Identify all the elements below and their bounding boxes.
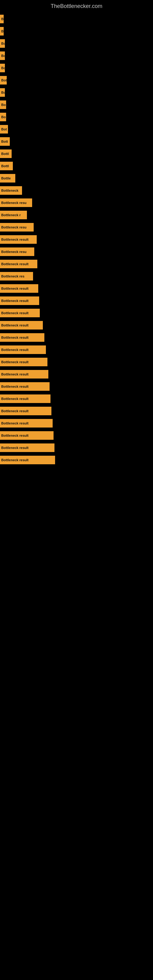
bar-item: Bottle [0, 174, 15, 183]
bar-item: Bottleneck result [0, 456, 55, 464]
bar-row: Bottleneck result [0, 332, 153, 342]
bar-row: Bottleneck resu [0, 222, 153, 232]
bar-row: B [0, 14, 153, 24]
bar-row: Bo [0, 112, 153, 122]
bar-item: Bottleneck result [0, 395, 51, 403]
bar-item: Bot [0, 125, 8, 134]
bar-row: Bottleneck result [0, 455, 153, 465]
bar-label: Bottleneck resu [1, 201, 27, 205]
bar-row: Bott [0, 137, 153, 146]
bar-row: Bottleneck res [0, 271, 153, 281]
bar-label: Bottleneck result [1, 299, 29, 302]
bar-row: Bottleneck r [0, 210, 153, 220]
bar-label: Bottleneck result [1, 348, 29, 352]
bar-row: Bo [0, 51, 153, 60]
bar-row: Bottleneck result [0, 235, 153, 244]
bar-label: Bottleneck result [1, 422, 29, 425]
bar-label: Bottleneck result [1, 397, 29, 401]
bar-item: Bottleneck resu [0, 223, 33, 232]
bar-row: Bottleneck resu [0, 247, 153, 257]
bar-label: Bottleneck result [1, 311, 29, 315]
bar-label: Bo [1, 103, 6, 107]
bar-row: Bo [0, 100, 153, 110]
bar-row: Bottleneck result [0, 320, 153, 330]
bar-item: Bottleneck result [0, 358, 48, 366]
bar-label: Bottleneck result [1, 458, 29, 462]
bar-label: Bo [1, 115, 6, 119]
bar-item: Bottleneck result [0, 309, 40, 317]
bar-label: Bottleneck res [1, 274, 24, 278]
bar-item: Bottleneck result [0, 382, 49, 391]
bar-item: Bottleneck result [0, 444, 54, 452]
bar-row: Bottleneck result [0, 308, 153, 318]
bar-label: Bo [1, 54, 5, 57]
bar-label: Bottleneck resu [1, 250, 27, 254]
bar-item: Bottleneck res [0, 272, 33, 280]
bar-label: Bo [1, 41, 5, 45]
bar-row: Bottl [0, 161, 153, 171]
bar-label: Bottleneck result [1, 286, 29, 290]
bar-item: Bottl [0, 162, 13, 170]
bar-row: Bot [0, 75, 153, 85]
bar-label: Bottleneck result [1, 434, 29, 438]
bars-container: BBBoBoBoBotBoBoBoBotBottBottlBottlBottle… [0, 11, 153, 470]
bar-row: Bottleneck [0, 186, 153, 196]
bar-item: Bottleneck result [0, 284, 38, 293]
bar-row: Bottleneck result [0, 345, 153, 355]
bar-item: Bo [0, 88, 5, 97]
bar-label: Bottleneck result [1, 262, 29, 266]
bar-row: Bottleneck result [0, 394, 153, 404]
bar-label: Bottleneck result [1, 446, 29, 450]
bar-item: Bottleneck r [0, 211, 27, 219]
bar-row: Bottleneck result [0, 259, 153, 269]
bar-label: Bot [1, 127, 7, 131]
bar-row: Bottleneck result [0, 283, 153, 293]
bar-item: Bottleneck result [0, 321, 43, 329]
bar-row: Bottleneck result [0, 357, 153, 367]
bar-row: Bottleneck result [0, 382, 153, 391]
bar-row: Bottleneck result [0, 431, 153, 441]
bar-row: Bottleneck resu [0, 198, 153, 208]
bar-label: Bottleneck result [1, 238, 29, 241]
bar-label: Bott [1, 140, 8, 143]
bar-label: Bottle [1, 177, 11, 180]
site-title: TheBottlenecker.com [0, 0, 153, 11]
bar-label: Bo [1, 66, 5, 70]
bar-item: Bottleneck result [0, 235, 37, 244]
bar-row: Bo [0, 88, 153, 97]
bar-row: Bo [0, 38, 153, 48]
bar-row: Bottleneck result [0, 406, 153, 416]
bar-label: Bottleneck [1, 189, 18, 192]
bar-label: Bottleneck result [1, 336, 29, 339]
bar-item: Bottleneck [0, 186, 22, 195]
bar-label: Bot [1, 78, 7, 82]
bar-row: Bottleneck result [0, 296, 153, 305]
bar-label: Bottleneck result [1, 372, 29, 376]
bar-item: Bo [0, 113, 6, 121]
bar-label: Bottleneck result [1, 323, 29, 327]
bar-row: Bottleneck result [0, 443, 153, 453]
bar-item: Bo [0, 39, 5, 48]
bar-label: Bottleneck r [1, 213, 21, 217]
bar-label: Bottleneck result [1, 409, 29, 413]
bar-label: B [1, 29, 4, 33]
bar-item: Bo [0, 51, 5, 60]
bar-label: Bottl [1, 152, 9, 156]
bar-row: Bottle [0, 173, 153, 183]
bar-row: B [0, 26, 153, 36]
bar-item: Bo [0, 100, 6, 109]
bar-item: Bottl [0, 150, 12, 158]
bar-item: Bottleneck result [0, 419, 53, 428]
bar-item: Bottleneck result [0, 260, 37, 268]
bar-row: Bottleneck result [0, 418, 153, 428]
bar-item: Bot [0, 76, 7, 84]
bar-item: Bottleneck result [0, 296, 39, 305]
bar-label: Bo [1, 91, 5, 94]
bar-item: Bottleneck result [0, 431, 54, 440]
bar-item: Bottleneck result [0, 333, 45, 342]
bar-item: Bo [0, 64, 5, 72]
bar-label: B [1, 17, 4, 21]
bar-label: Bottleneck result [1, 385, 29, 388]
bar-item: Bott [0, 137, 10, 146]
bar-item: Bottleneck resu [0, 199, 32, 207]
